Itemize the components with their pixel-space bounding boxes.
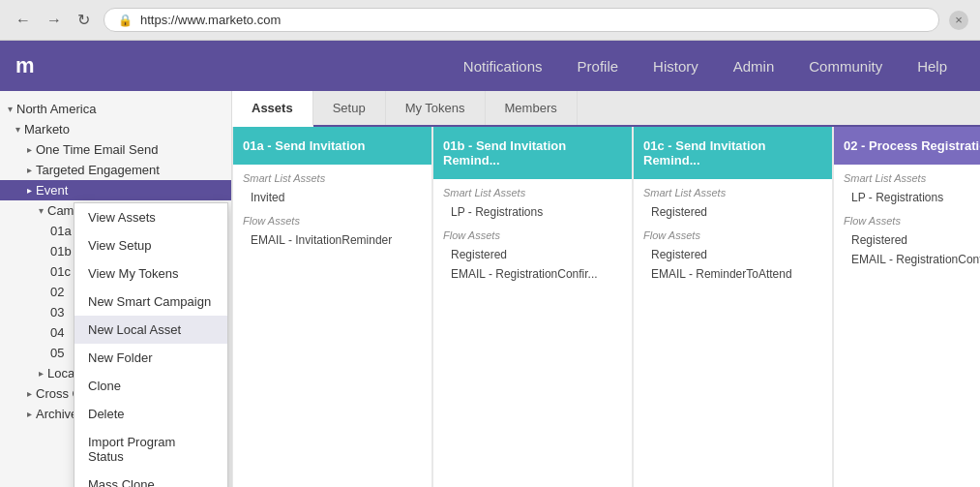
top-nav: m Notifications Profile History Admin Co…	[0, 41, 980, 91]
card-01c-header: 01c - Send Invitation Remind...	[634, 127, 832, 179]
browser-nav: ← → ↻	[12, 9, 94, 31]
nav-notifications[interactable]: Notifications	[446, 45, 560, 88]
lock-icon: 🔒	[118, 14, 133, 27]
context-menu-new-smart-campaign[interactable]: New Smart Campaign	[74, 288, 227, 316]
app-logo: m	[15, 53, 36, 78]
context-menu-view-setup[interactable]: View Setup	[74, 231, 227, 259]
tab-bar: Assets Setup My Tokens Members	[232, 91, 980, 127]
browser-bar: ← → ↻ 🔒 https://www.marketo.com ×	[0, 0, 980, 41]
sidebar-item-event[interactable]: ▸ Event	[0, 180, 231, 200]
context-menu-clone[interactable]: Clone	[74, 372, 227, 400]
card-01a-item-email: EMAIL - InvitationReminder	[233, 230, 431, 250]
card-01c-item-email: EMAIL - ReminderToAttend	[634, 264, 832, 284]
arrow-icon: ▾	[8, 104, 13, 114]
nav-history[interactable]: History	[636, 45, 716, 88]
url-text: https://www.marketo.com	[140, 13, 281, 27]
context-menu-view-my-tokens[interactable]: View My Tokens	[74, 259, 227, 288]
card-01c-smart-list-title: Smart List Assets	[634, 179, 832, 202]
nav-community[interactable]: Community	[791, 45, 900, 88]
card-01b: 01b - Send Invitation Remind... Smart Li…	[433, 127, 632, 487]
arrow-icon: ▾	[15, 124, 20, 135]
context-menu: View Assets View Setup View My Tokens Ne…	[74, 202, 228, 487]
arrow-icon: ▸	[27, 409, 32, 419]
context-menu-new-folder[interactable]: New Folder	[74, 344, 227, 372]
context-menu-mass-clone[interactable]: Mass Clone	[74, 471, 227, 487]
arrow-icon: ▸	[27, 185, 32, 196]
sidebar: ▾ North America ▾ Marketo ▸ One Time Ema…	[0, 91, 232, 487]
back-button[interactable]: ←	[12, 10, 35, 31]
card-01b-smart-list-title: Smart List Assets	[433, 179, 632, 202]
arrow-icon: ▸	[39, 368, 44, 379]
tab-setup[interactable]: Setup	[313, 91, 386, 125]
arrow-icon: ▸	[27, 388, 32, 399]
arrow-icon: ▾	[39, 205, 44, 216]
card-01a-item-invited: Invited	[233, 188, 431, 207]
sidebar-item-one-time-email[interactable]: ▸ One Time Email Send	[0, 139, 231, 160]
card-02-header: 02 - Process Registration	[834, 127, 980, 165]
cards-area: 01a - Send Invitation Smart List Assets …	[232, 127, 980, 487]
card-02: 02 - Process Registration Smart List Ass…	[834, 127, 980, 487]
card-01c: 01c - Send Invitation Remind... Smart Li…	[634, 127, 832, 487]
arrow-icon: ▸	[27, 165, 32, 175]
tab-members[interactable]: Members	[486, 91, 578, 125]
card-02-smart-list-title: Smart List Assets	[834, 165, 980, 188]
card-01b-item-email: EMAIL - RegistrationConfir...	[433, 264, 632, 284]
context-menu-import-program-status[interactable]: Import Program Status	[74, 428, 227, 471]
card-01b-item-lp: LP - Registrations	[433, 202, 632, 222]
card-01b-item-registered: Registered	[433, 245, 632, 264]
card-01a: 01a - Send Invitation Smart List Assets …	[233, 127, 431, 487]
close-button[interactable]: ×	[949, 11, 968, 30]
tab-assets[interactable]: Assets	[232, 91, 313, 127]
sidebar-item-north-america[interactable]: ▾ North America	[0, 99, 231, 119]
reload-button[interactable]: ↻	[74, 9, 94, 31]
card-02-item-lp: LP - Registrations	[834, 188, 980, 207]
nav-help[interactable]: Help	[900, 45, 965, 88]
card-02-item-email: EMAIL - RegistrationConfir...	[834, 250, 980, 269]
nav-profile[interactable]: Profile	[560, 45, 637, 88]
card-01a-smart-list-title: Smart List Assets	[233, 165, 431, 188]
arrow-icon: ▸	[27, 144, 32, 155]
top-nav-links: Notifications Profile History Admin Comm…	[446, 45, 965, 88]
address-bar[interactable]: 🔒 https://www.marketo.com	[104, 8, 939, 32]
context-menu-delete[interactable]: Delete	[74, 400, 227, 428]
context-menu-new-local-asset[interactable]: New Local Asset	[74, 316, 227, 344]
card-01b-flow-title: Flow Assets	[433, 222, 632, 245]
tab-my-tokens[interactable]: My Tokens	[386, 91, 486, 125]
forward-button[interactable]: →	[43, 10, 66, 31]
card-01c-item-registered: Registered	[634, 202, 832, 222]
card-01b-header: 01b - Send Invitation Remind...	[433, 127, 632, 179]
card-02-flow-title: Flow Assets	[834, 207, 980, 230]
card-01a-header: 01a - Send Invitation	[233, 127, 431, 165]
sidebar-item-targeted-engagement[interactable]: ▸ Targeted Engagement	[0, 160, 231, 180]
card-01a-flow-title: Flow Assets	[233, 207, 431, 230]
card-01c-item-registered2: Registered	[634, 245, 832, 264]
card-02-item-registered: Registered	[834, 230, 980, 250]
main-layout: ▾ North America ▾ Marketo ▸ One Time Ema…	[0, 91, 980, 487]
sidebar-item-marketo[interactable]: ▾ Marketo	[0, 119, 231, 139]
content-area: Assets Setup My Tokens Members 01a - Sen…	[232, 91, 980, 487]
card-01c-flow-title: Flow Assets	[634, 222, 832, 245]
context-menu-view-assets[interactable]: View Assets	[74, 203, 227, 231]
nav-admin[interactable]: Admin	[716, 45, 792, 88]
